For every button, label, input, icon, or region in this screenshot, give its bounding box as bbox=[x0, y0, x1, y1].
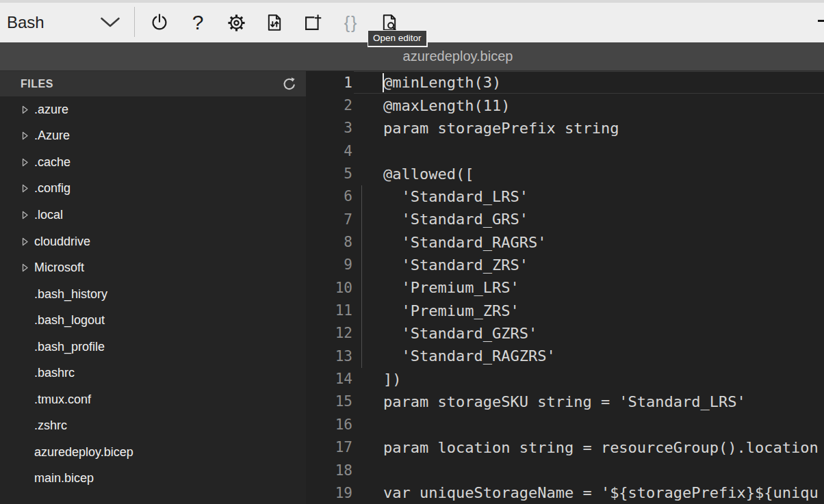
code-line-12[interactable]: 12 'Standard_GZRS' bbox=[306, 322, 824, 345]
new-session-button[interactable] bbox=[294, 3, 332, 42]
code-line-9[interactable]: 9 'Standard_ZRS' bbox=[306, 254, 824, 276]
line-text: 'Standard_GRS' bbox=[352, 211, 528, 228]
line-number: 10 bbox=[306, 280, 352, 296]
line-number: 18 bbox=[306, 462, 352, 479]
code-line-16[interactable]: 16 bbox=[306, 413, 824, 436]
tree-item-label: azuredeploy.bicep bbox=[34, 445, 133, 460]
code-line-2[interactable]: 2@maxLength(11) bbox=[306, 94, 824, 116]
tree-file-azuredeploy.bicep[interactable]: azuredeploy.bicep bbox=[0, 439, 306, 466]
tree-item-label: .tmux.conf bbox=[34, 393, 91, 407]
code-line-3[interactable]: 3param storagePrefix string bbox=[306, 117, 824, 140]
code-lines: 1@minLength(3)2@maxLength(11)3param stor… bbox=[306, 71, 824, 504]
files-header: FILES bbox=[0, 71, 306, 96]
folder-chevron-icon bbox=[21, 158, 34, 167]
web-preview-button[interactable]: {} bbox=[332, 3, 370, 42]
tree-item-label: .bash_logout bbox=[34, 313, 105, 328]
line-text: @maxLength(11) bbox=[352, 97, 510, 114]
line-number: 15 bbox=[306, 393, 352, 410]
tree-item-label: clouddrive bbox=[34, 235, 90, 249]
tree-item-label: .config bbox=[34, 181, 70, 196]
shell-selector-dropdown[interactable]: Bash bbox=[0, 3, 134, 42]
chevron-down-icon bbox=[100, 16, 120, 31]
line-text: 'Standard_LRS' bbox=[352, 188, 528, 205]
line-number: 4 bbox=[306, 143, 352, 159]
cloud-shell-window: { "toolbar": { "shell_selector": "Bash",… bbox=[0, 0, 824, 504]
braces-icon: {} bbox=[344, 13, 359, 33]
code-line-18[interactable]: 18 bbox=[306, 459, 824, 481]
tree-file-.bash_logout[interactable]: .bash_logout bbox=[0, 307, 306, 334]
toolbar-separator bbox=[134, 7, 135, 37]
line-text: param location string = resourceGroup().… bbox=[352, 439, 819, 456]
tree-item-label: Microsoft bbox=[34, 261, 84, 275]
tree-file-.bash_history[interactable]: .bash_history bbox=[0, 281, 306, 308]
minimize-icon[interactable] bbox=[818, 20, 824, 22]
tree-folder-.local[interactable]: .local bbox=[0, 202, 306, 228]
code-line-19[interactable]: 19var uniqueStorageName = '${storagePref… bbox=[306, 481, 824, 504]
code-line-5[interactable]: 5@allowed([ bbox=[306, 162, 824, 185]
refresh-icon bbox=[281, 76, 298, 92]
code-line-4[interactable]: 4 bbox=[306, 140, 824, 162]
folder-chevron-icon bbox=[21, 105, 34, 114]
open-editor-icon bbox=[380, 13, 399, 32]
tree-file-.bashrc[interactable]: .bashrc bbox=[0, 360, 306, 386]
help-icon: ? bbox=[192, 11, 204, 34]
folder-chevron-icon bbox=[21, 184, 34, 193]
line-number: 14 bbox=[306, 371, 352, 387]
tree-file-.tmux.conf[interactable]: .tmux.conf bbox=[0, 386, 306, 413]
shell-selector-label: Bash bbox=[7, 13, 44, 32]
line-text: 'Standard_RAGZRS' bbox=[352, 347, 556, 364]
line-text: 'Standard_GZRS' bbox=[352, 325, 537, 342]
tree-folder-.config[interactable]: .config bbox=[0, 176, 306, 202]
tree-file-.bash_profile[interactable]: .bash_profile bbox=[0, 334, 306, 360]
line-number: 3 bbox=[306, 120, 352, 136]
line-number: 11 bbox=[306, 302, 352, 319]
tree-file-main.bicep[interactable]: main.bicep bbox=[0, 466, 306, 492]
line-text: param storageSKU string = 'Standard_LRS' bbox=[352, 393, 746, 410]
tree-folder-clouddrive[interactable]: clouddrive bbox=[0, 228, 306, 255]
power-icon bbox=[150, 13, 169, 32]
settings-button[interactable] bbox=[217, 3, 255, 42]
file-transfer-icon bbox=[265, 13, 284, 32]
line-text: 'Standard_ZRS' bbox=[352, 256, 528, 274]
restart-shell-button[interactable] bbox=[140, 3, 179, 42]
folder-chevron-icon bbox=[21, 237, 34, 246]
code-line-7[interactable]: 7 'Standard_GRS' bbox=[306, 208, 824, 230]
tree-folder-.Azure[interactable]: .Azure bbox=[0, 123, 306, 150]
text-cursor bbox=[383, 73, 384, 92]
file-tree: .azure.Azure.cache.config.localclouddriv… bbox=[0, 96, 306, 504]
code-line-11[interactable]: 11 'Premium_ZRS' bbox=[306, 299, 824, 321]
line-text: 'Standard_RAGRS' bbox=[352, 234, 546, 251]
line-number: 9 bbox=[306, 256, 352, 273]
tree-file-.zshrc[interactable]: .zshrc bbox=[0, 413, 306, 440]
refresh-files-button[interactable] bbox=[281, 75, 298, 93]
code-line-8[interactable]: 8 'Standard_RAGRS' bbox=[306, 230, 824, 253]
folder-chevron-icon bbox=[21, 263, 34, 272]
tree-folder-.azure[interactable]: .azure bbox=[0, 96, 306, 123]
line-number: 7 bbox=[306, 211, 352, 228]
tree-folder-Microsoft[interactable]: Microsoft bbox=[0, 254, 306, 281]
upload-download-files-button[interactable] bbox=[255, 3, 294, 42]
line-text: param storagePrefix string bbox=[352, 120, 619, 137]
line-number: 2 bbox=[306, 97, 352, 114]
code-editor[interactable]: 1@minLength(3)2@maxLength(11)3param stor… bbox=[306, 71, 824, 504]
code-line-15[interactable]: 15param storageSKU string = 'Standard_LR… bbox=[306, 390, 824, 413]
tree-item-label: .local bbox=[34, 208, 63, 222]
tree-item-label: .bash_profile bbox=[34, 340, 105, 354]
code-line-6[interactable]: 6 'Standard_LRS' bbox=[306, 185, 824, 208]
code-line-14[interactable]: 14]) bbox=[306, 367, 824, 390]
code-line-10[interactable]: 10 'Premium_LRS' bbox=[306, 276, 824, 299]
line-text: var uniqueStorageName = '${storagePrefix… bbox=[352, 484, 819, 501]
line-number: 6 bbox=[306, 188, 352, 204]
line-text: @minLength(3) bbox=[352, 74, 501, 91]
line-number: 19 bbox=[306, 485, 352, 501]
code-line-13[interactable]: 13 'Standard_RAGZRS' bbox=[306, 345, 824, 367]
tree-item-label: .Azure bbox=[34, 129, 70, 143]
folder-chevron-icon bbox=[21, 211, 34, 220]
line-number: 13 bbox=[306, 348, 352, 364]
help-button[interactable]: ? bbox=[179, 3, 217, 42]
line-number: 8 bbox=[306, 234, 352, 250]
folder-chevron-icon bbox=[21, 131, 34, 140]
tree-folder-.cache[interactable]: .cache bbox=[0, 149, 306, 176]
line-text: @allowed([ bbox=[352, 165, 474, 183]
code-line-17[interactable]: 17param location string = resourceGroup(… bbox=[306, 436, 824, 459]
